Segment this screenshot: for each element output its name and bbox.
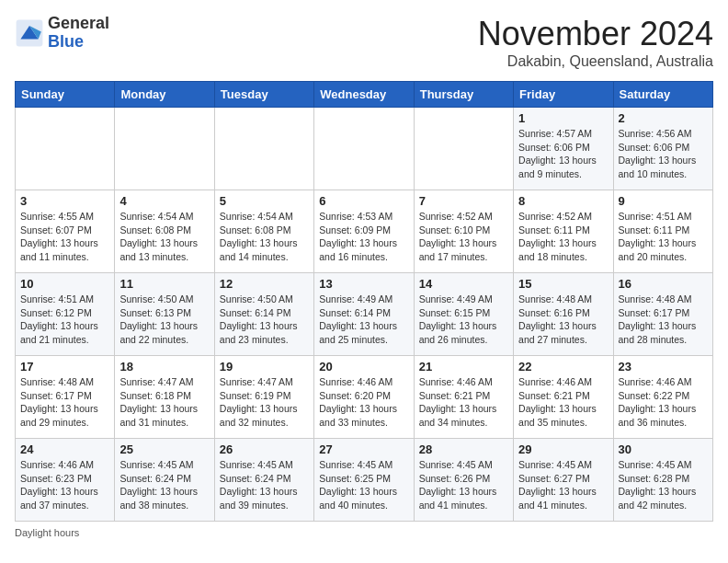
day-info: Sunrise: 4:49 AM Sunset: 6:15 PM Dayligh…	[419, 293, 508, 347]
day-info: Sunrise: 4:51 AM Sunset: 6:12 PM Dayligh…	[20, 293, 109, 347]
day-info: Sunrise: 4:45 AM Sunset: 6:24 PM Dayligh…	[119, 458, 209, 512]
day-number: 11	[119, 277, 209, 291]
header-day-friday: Friday	[514, 82, 613, 108]
day-number: 7	[419, 194, 508, 208]
calendar-cell: 19Sunrise: 4:47 AM Sunset: 6:19 PM Dayli…	[214, 356, 313, 439]
day-number: 8	[518, 194, 608, 208]
calendar-cell: 10Sunrise: 4:51 AM Sunset: 6:12 PM Dayli…	[16, 273, 115, 356]
day-info: Sunrise: 4:45 AM Sunset: 6:26 PM Dayligh…	[419, 458, 508, 512]
day-info: Sunrise: 4:54 AM Sunset: 6:08 PM Dayligh…	[220, 210, 309, 264]
day-number: 1	[518, 111, 608, 125]
day-number: 24	[20, 442, 109, 456]
calendar-cell: 2Sunrise: 4:56 AM Sunset: 6:06 PM Daylig…	[613, 108, 712, 190]
day-info: Sunrise: 4:55 AM Sunset: 6:07 PM Dayligh…	[20, 210, 109, 264]
day-info: Sunrise: 4:52 AM Sunset: 6:11 PM Dayligh…	[518, 210, 608, 264]
day-info: Sunrise: 4:48 AM Sunset: 6:16 PM Dayligh…	[518, 293, 608, 347]
day-number: 27	[319, 442, 408, 456]
calendar-cell: 13Sunrise: 4:49 AM Sunset: 6:14 PM Dayli…	[314, 273, 414, 356]
calendar-cell: 9Sunrise: 4:51 AM Sunset: 6:11 PM Daylig…	[613, 190, 712, 273]
calendar-cell: 7Sunrise: 4:52 AM Sunset: 6:10 PM Daylig…	[414, 190, 513, 273]
day-info: Sunrise: 4:48 AM Sunset: 6:17 PM Dayligh…	[619, 293, 708, 347]
header: General Blue November 2024 Dakabin, Quee…	[15, 15, 713, 70]
day-number: 3	[20, 194, 109, 208]
week-row-5: 24Sunrise: 4:46 AM Sunset: 6:23 PM Dayli…	[16, 439, 713, 522]
day-info: Sunrise: 4:47 AM Sunset: 6:18 PM Dayligh…	[119, 375, 209, 430]
logo-blue: Blue	[48, 33, 109, 52]
day-info: Sunrise: 4:50 AM Sunset: 6:13 PM Dayligh…	[119, 293, 209, 347]
calendar-cell: 5Sunrise: 4:54 AM Sunset: 6:08 PM Daylig…	[214, 190, 313, 273]
day-number: 15	[518, 277, 608, 291]
calendar-cell	[214, 108, 313, 190]
calendar-cell: 6Sunrise: 4:53 AM Sunset: 6:09 PM Daylig…	[314, 190, 414, 273]
calendar-table: SundayMondayTuesdayWednesdayThursdayFrid…	[15, 81, 713, 522]
daylight-label: Daylight hours	[15, 527, 79, 538]
calendar-cell: 17Sunrise: 4:48 AM Sunset: 6:17 PM Dayli…	[16, 356, 115, 439]
calendar-cell: 26Sunrise: 4:45 AM Sunset: 6:24 PM Dayli…	[214, 439, 313, 522]
day-info: Sunrise: 4:45 AM Sunset: 6:25 PM Dayligh…	[319, 458, 408, 512]
day-number: 26	[220, 442, 309, 456]
logo: General Blue	[15, 15, 109, 52]
day-number: 21	[419, 360, 508, 373]
day-number: 29	[518, 442, 608, 456]
day-info: Sunrise: 4:53 AM Sunset: 6:09 PM Dayligh…	[319, 210, 408, 264]
calendar-cell: 1Sunrise: 4:57 AM Sunset: 6:06 PM Daylig…	[514, 108, 613, 190]
calendar-cell: 28Sunrise: 4:45 AM Sunset: 6:26 PM Dayli…	[414, 439, 513, 522]
day-number: 13	[319, 277, 408, 291]
day-number: 5	[220, 194, 309, 208]
logo-general: General	[48, 15, 109, 33]
day-info: Sunrise: 4:46 AM Sunset: 6:23 PM Dayligh…	[20, 458, 109, 512]
day-info: Sunrise: 4:49 AM Sunset: 6:14 PM Dayligh…	[319, 293, 408, 347]
day-number: 25	[119, 442, 209, 456]
day-number: 10	[20, 277, 109, 291]
calendar-cell: 29Sunrise: 4:45 AM Sunset: 6:27 PM Dayli…	[514, 439, 613, 522]
day-info: Sunrise: 4:45 AM Sunset: 6:24 PM Dayligh…	[220, 458, 309, 512]
calendar-cell: 30Sunrise: 4:45 AM Sunset: 6:28 PM Dayli…	[613, 439, 712, 522]
day-info: Sunrise: 4:45 AM Sunset: 6:27 PM Dayligh…	[518, 458, 608, 512]
calendar-cell: 21Sunrise: 4:46 AM Sunset: 6:21 PM Dayli…	[414, 356, 513, 439]
day-info: Sunrise: 4:46 AM Sunset: 6:22 PM Dayligh…	[619, 375, 708, 430]
day-info: Sunrise: 4:46 AM Sunset: 6:20 PM Dayligh…	[319, 375, 408, 430]
calendar-cell: 4Sunrise: 4:54 AM Sunset: 6:08 PM Daylig…	[115, 190, 214, 273]
calendar-cell: 27Sunrise: 4:45 AM Sunset: 6:25 PM Dayli…	[314, 439, 414, 522]
calendar-cell: 18Sunrise: 4:47 AM Sunset: 6:18 PM Dayli…	[115, 356, 214, 439]
day-info: Sunrise: 4:54 AM Sunset: 6:08 PM Dayligh…	[119, 210, 209, 264]
day-info: Sunrise: 4:45 AM Sunset: 6:28 PM Dayligh…	[619, 458, 708, 512]
day-number: 16	[619, 277, 708, 291]
day-number: 20	[319, 360, 408, 373]
header-day-thursday: Thursday	[414, 82, 513, 108]
calendar-cell: 12Sunrise: 4:50 AM Sunset: 6:14 PM Dayli…	[214, 273, 313, 356]
calendar-cell	[16, 108, 115, 190]
week-row-1: 1Sunrise: 4:57 AM Sunset: 6:06 PM Daylig…	[16, 108, 713, 190]
calendar-cell: 11Sunrise: 4:50 AM Sunset: 6:13 PM Dayli…	[115, 273, 214, 356]
calendar-cell: 8Sunrise: 4:52 AM Sunset: 6:11 PM Daylig…	[514, 190, 613, 273]
day-info: Sunrise: 4:56 AM Sunset: 6:06 PM Dayligh…	[619, 127, 708, 181]
day-info: Sunrise: 4:47 AM Sunset: 6:19 PM Dayligh…	[220, 375, 309, 430]
day-info: Sunrise: 4:46 AM Sunset: 6:21 PM Dayligh…	[518, 375, 608, 430]
day-number: 22	[518, 360, 608, 373]
day-number: 2	[619, 111, 708, 125]
day-number: 28	[419, 442, 508, 456]
calendar-cell	[115, 108, 214, 190]
day-number: 19	[220, 360, 309, 373]
calendar-cell: 15Sunrise: 4:48 AM Sunset: 6:16 PM Dayli…	[514, 273, 613, 356]
calendar-header-row: SundayMondayTuesdayWednesdayThursdayFrid…	[16, 82, 713, 108]
footer-note: Daylight hours	[15, 527, 713, 538]
location: Dakabin, Queensland, Australia	[478, 53, 713, 70]
header-day-sunday: Sunday	[16, 82, 115, 108]
day-number: 14	[419, 277, 508, 291]
day-info: Sunrise: 4:51 AM Sunset: 6:11 PM Dayligh…	[619, 210, 708, 264]
calendar-cell: 22Sunrise: 4:46 AM Sunset: 6:21 PM Dayli…	[514, 356, 613, 439]
week-row-4: 17Sunrise: 4:48 AM Sunset: 6:17 PM Dayli…	[16, 356, 713, 439]
day-number: 6	[319, 194, 408, 208]
calendar-cell: 24Sunrise: 4:46 AM Sunset: 6:23 PM Dayli…	[16, 439, 115, 522]
day-info: Sunrise: 4:46 AM Sunset: 6:21 PM Dayligh…	[419, 375, 508, 430]
day-number: 12	[220, 277, 309, 291]
day-info: Sunrise: 4:50 AM Sunset: 6:14 PM Dayligh…	[220, 293, 309, 347]
header-day-monday: Monday	[115, 82, 214, 108]
header-day-wednesday: Wednesday	[314, 82, 414, 108]
logo-icon	[15, 18, 44, 48]
calendar-cell	[314, 108, 414, 190]
day-number: 30	[619, 442, 708, 456]
day-number: 17	[20, 360, 109, 373]
header-day-saturday: Saturday	[613, 82, 712, 108]
